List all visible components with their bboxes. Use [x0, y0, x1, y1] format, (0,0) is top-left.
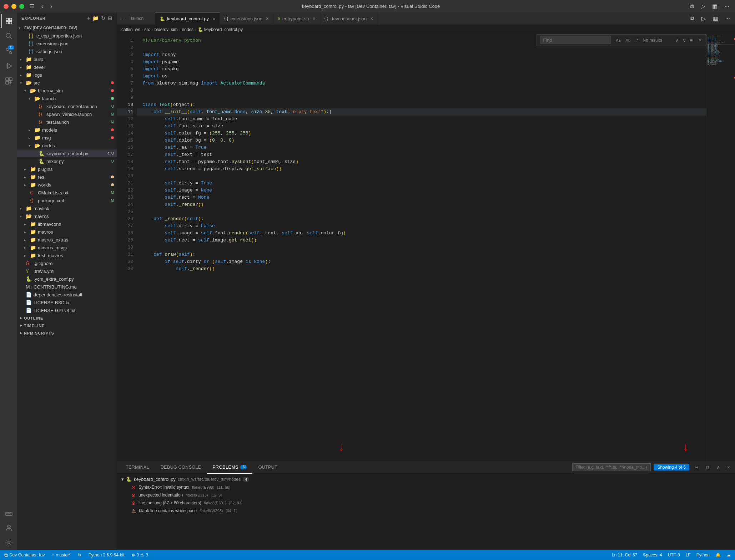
panel-filter-input[interactable]	[572, 463, 651, 471]
tree-item-mavros2[interactable]: ▸ 📁 mavros	[17, 228, 117, 236]
editor-layout-icon[interactable]: ▦	[711, 15, 720, 23]
tree-root[interactable]: ▾ FAV [DEV CONTAINER: FAV]	[17, 24, 117, 32]
breadcrumb-catkin[interactable]: catkin_ws	[121, 27, 140, 32]
tab-entrypoint[interactable]: $ entrypoint.sh ×	[273, 12, 320, 25]
back-icon[interactable]: ‹	[39, 2, 45, 10]
tree-item-gitignore[interactable]: G .gitignore	[17, 259, 117, 267]
tree-item-plugins[interactable]: ▸ 📁 plugins	[17, 165, 117, 173]
layout-icon[interactable]: ▦	[710, 2, 720, 10]
status-sync[interactable]: ↻	[76, 553, 83, 558]
tree-item-bluerov[interactable]: ▾ 📂 bluerov_sim	[17, 87, 117, 95]
tree-item-mixer-py[interactable]: 🐍 mixer.py U	[17, 157, 117, 165]
panel-tab-output[interactable]: OUTPUT	[252, 461, 283, 474]
status-language[interactable]: Python	[695, 553, 711, 558]
status-cursor[interactable]: Ln 11, Col 67	[610, 553, 639, 558]
activity-explorer[interactable]	[1, 14, 16, 28]
tab-keyboard-control[interactable]: 🐍 keyboard_control.py ×	[155, 12, 220, 25]
regex-button[interactable]: .*	[634, 37, 640, 44]
status-problems-count[interactable]: ⊗ 3 ⚠ 3	[130, 553, 149, 558]
breadcrumb-bluerov[interactable]: bluerov_sim	[155, 27, 178, 32]
hamburger-icon[interactable]: ☰	[27, 2, 36, 10]
npm-scripts-section[interactable]: ▸ NPM SCRIPTS	[17, 329, 117, 337]
tree-item-ycm[interactable]: 🐍 .ycm_extra_conf.py	[17, 275, 117, 283]
status-notifications[interactable]: 🔔	[714, 553, 722, 558]
tree-item-spawn-launch[interactable]: ⟨⟩ spawn_vehicle.launch M	[17, 110, 117, 118]
tree-item-src[interactable]: ▾ 📂 src	[17, 79, 117, 87]
collapse-icon[interactable]: ⊟	[108, 15, 112, 21]
tree-item-license-bsd[interactable]: 📄 LICENSE-BSD.txt	[17, 299, 117, 306]
activity-docker[interactable]	[1, 506, 16, 520]
tree-item-deps[interactable]: 📄 dependencies.rosinstall	[17, 291, 117, 299]
new-file-icon[interactable]: +	[87, 15, 90, 21]
forward-icon[interactable]: ›	[48, 2, 54, 10]
tab-close-icon4[interactable]: ×	[370, 16, 373, 21]
expand-all-button[interactable]: ∧	[714, 464, 722, 471]
tree-item-res[interactable]: ▸ 📁 res	[17, 173, 117, 181]
tree-item-logs[interactable]: ▸ 📁 logs	[17, 71, 117, 79]
find-toggle-button[interactable]: ≡	[688, 37, 694, 44]
minimize-button[interactable]	[11, 4, 16, 9]
tree-item[interactable]: { } settings.json	[17, 47, 117, 55]
tree-item-build[interactable]: ▸ 📁 build	[17, 55, 117, 63]
tree-item-models[interactable]: ▸ 📁 models	[17, 126, 117, 134]
problem-item-1[interactable]: ⊗ SyntaxError: invalid syntax flake8(E99…	[117, 483, 735, 491]
tab-extensions-json[interactable]: { } extensions.json ×	[220, 12, 273, 25]
split-icon[interactable]: ⧉	[688, 2, 696, 10]
tree-item-travis[interactable]: Y .travis.yml	[17, 267, 117, 275]
run-icon[interactable]: ▷	[699, 2, 707, 10]
new-folder-icon[interactable]: 📁	[92, 15, 99, 21]
status-branch[interactable]: ⑂ master*	[50, 553, 72, 558]
tree-item[interactable]: { } c_cpp_properties.json	[17, 32, 117, 40]
problem-item-2[interactable]: ⊗ unexpected indentation flake8(E113) [1…	[117, 491, 735, 499]
activity-run[interactable]	[1, 59, 16, 73]
activity-account[interactable]	[1, 521, 16, 535]
tab-launch[interactable]: launch	[127, 12, 155, 25]
find-prev-button[interactable]: ∧	[674, 37, 680, 44]
activity-source-control[interactable]: 21	[1, 44, 16, 58]
refresh-icon[interactable]: ↻	[101, 15, 106, 21]
tree-item-kc-launch[interactable]: ⟨⟩ keyboard_control.launch U	[17, 102, 117, 110]
activity-extensions[interactable]	[1, 74, 16, 88]
code-content[interactable]: #!/usr/bin/env python import rospy impor…	[137, 34, 706, 461]
status-remote[interactable]: ⧉ Dev Container: fav	[3, 552, 46, 558]
tree-item-mavlink[interactable]: ▸ 📁 mavlink	[17, 204, 117, 212]
breadcrumb-src[interactable]: src	[145, 27, 150, 32]
panel-tab-problems[interactable]: PROBLEMS 6	[207, 461, 252, 474]
tree-item-package-xml[interactable]: ⟨⟩ package.xml M	[17, 197, 117, 204]
tree-item-worlds[interactable]: ▸ 📁 worlds	[17, 181, 117, 189]
collapse-all-button[interactable]: ⧉	[704, 464, 711, 471]
status-cloud[interactable]: ☁	[725, 553, 732, 558]
find-input[interactable]	[540, 36, 611, 44]
timeline-section[interactable]: ▸ TIMELINE	[17, 322, 117, 329]
breadcrumb-nodes[interactable]: nodes	[182, 27, 193, 32]
tree-item-test-mavros[interactable]: ▸ 📁 test_mavros	[17, 251, 117, 259]
panel-tab-terminal[interactable]: TERMINAL	[120, 461, 155, 474]
match-word-button[interactable]: Ab	[624, 37, 632, 44]
activity-search[interactable]	[1, 29, 16, 43]
status-encoding[interactable]: UTF-8	[666, 553, 681, 558]
tree-item-devel[interactable]: ▸ 📁 devel	[17, 63, 117, 71]
tree-item-contributing[interactable]: M↓ CONTRIBUTING.md	[17, 283, 117, 291]
match-case-button[interactable]: Aa	[614, 37, 622, 44]
tree-item[interactable]: { } extensions.json	[17, 40, 117, 47]
status-python[interactable]: Python 3.6.9 64-bit	[87, 553, 126, 558]
status-eol[interactable]: LF	[684, 553, 692, 558]
outline-section[interactable]: ▸ OUTLINE	[17, 314, 117, 322]
tree-item-license-gpl[interactable]: 📄 LICENSE-GPLv3.txt	[17, 306, 117, 314]
tab-devcontainer[interactable]: { } devcontainer.json ×	[320, 12, 378, 25]
tree-item-libmavconn[interactable]: ▸ 📁 libmavconn	[17, 220, 117, 228]
tree-item-mavros[interactable]: ▾ 📂 mavros	[17, 212, 117, 220]
breadcrumb-file[interactable]: 🐍keyboard_control.py	[198, 27, 243, 32]
tree-item-mavros-msgs[interactable]: ▸ 📁 mavros_msgs	[17, 244, 117, 251]
problem-group-header[interactable]: ▾ 🐍 keyboard_control.py catkin_ws/src/bl…	[117, 475, 735, 483]
activity-settings[interactable]	[1, 536, 16, 550]
tree-item-keyboard-py[interactable]: 🐍 keyboard_control.py 4, U	[17, 149, 117, 157]
tree-item-nodes[interactable]: ▾ 📂 nodes	[17, 142, 117, 149]
panel-tab-debug[interactable]: DEBUG CONSOLE	[155, 461, 207, 474]
split-editor-icon[interactable]: ⧉	[688, 15, 696, 22]
tree-item-test-launch[interactable]: ⟨⟩ test.launch M	[17, 118, 117, 126]
run-file-icon[interactable]: ▷	[699, 15, 708, 23]
tab-close-icon[interactable]: ×	[212, 16, 215, 22]
more-icon[interactable]: ···	[723, 2, 731, 10]
tab-close-icon2[interactable]: ×	[266, 16, 269, 21]
